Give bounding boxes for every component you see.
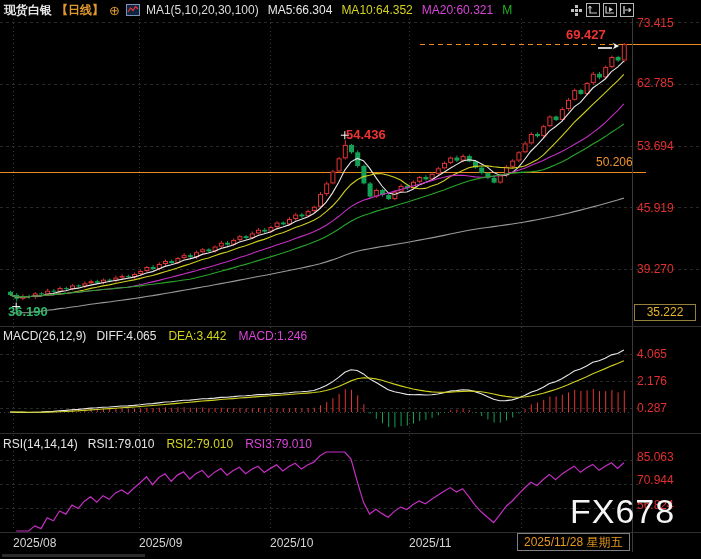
chart-header: 现货白银 【日线】 ⊕ MA1(5,10,20,30,100) MA5:66.3… [4, 2, 512, 18]
circle-plus-icon[interactable]: ⊕ [109, 3, 120, 18]
x-axis-month-label: 2025/08 [13, 536, 56, 550]
macd-axis-label: 2.176 [637, 374, 667, 388]
rsi-header: RSI(14,14,14) RSI1:79.010 RSI2:79.010 RS… [3, 437, 312, 451]
price-axis-label: 45.919 [637, 201, 674, 215]
price-axis-label: 39.270 [637, 262, 674, 276]
axis-play-icon[interactable] [603, 3, 617, 17]
instrument-title: 现货白银 [4, 2, 52, 19]
chart-type-icon[interactable] [126, 4, 140, 16]
macd-name: MACD(26,12,9) [3, 329, 86, 343]
support-level-annotation: 50.206 [596, 155, 633, 169]
chart-toolbar [569, 3, 634, 17]
macd-diff-value: DIFF:4.065 [96, 329, 156, 343]
ma10-value: MA10:64.352 [341, 3, 412, 17]
ma20-value: MA20:60.321 [422, 3, 493, 17]
current-date-box: 2025/11/28 星期五 [517, 533, 630, 551]
macd-macd-value: MACD:1.246 [238, 329, 307, 343]
crosshair-pan-icon[interactable] [569, 3, 583, 17]
rsi2-value: RSI2:79.010 [166, 437, 233, 451]
jump-latest-icon[interactable] [620, 3, 634, 17]
fx678-watermark: FX678 [570, 492, 675, 531]
low-price-annotation: 36.190 [8, 304, 48, 319]
x-axis-month-label: 2025/09 [139, 536, 182, 550]
panel-divider [0, 326, 701, 327]
price-axis-label: 53.694 [637, 139, 674, 153]
period-label[interactable]: 【日线】 [56, 2, 104, 19]
macd-header: MACD(26,12,9) DIFF:4.065 DEA:3.442 MACD:… [3, 329, 307, 343]
ma30-value-truncated: M [502, 3, 512, 17]
panel-divider [0, 433, 701, 434]
main-chart-canvas[interactable] [0, 0, 701, 559]
rsi-axis-label: 70.944 [637, 473, 674, 487]
rsi-name: RSI(14,14,14) [3, 437, 78, 451]
price-axis-low-box: 35.222 [634, 304, 696, 321]
price-axis-label: 73.415 [637, 16, 674, 30]
ma5-value: MA5:66.304 [268, 3, 333, 17]
silver-daily-chart-app: 现货白银 【日线】 ⊕ MA1(5,10,20,30,100) MA5:66.3… [0, 0, 701, 559]
axis-divider [632, 18, 633, 552]
rsi1-value: RSI1:79.010 [88, 437, 155, 451]
rsi3-value: RSI3:79.010 [245, 437, 312, 451]
macd-axis-label: 0.287 [637, 401, 667, 415]
peak-price-annotation: 54.436 [346, 127, 386, 142]
price-axis-label: 62.785 [637, 76, 674, 90]
x-axis-month-label: 2025/11 [409, 536, 452, 550]
x-axis-month-label: 2025/10 [270, 536, 313, 550]
mouse-cursor-icon [596, 38, 622, 56]
rsi-axis-label: 85.063 [637, 450, 674, 464]
axis-zoom-icon[interactable] [586, 3, 600, 17]
macd-axis-label: 4.065 [637, 347, 667, 361]
ma-params-label: MA1(5,10,20,30,100) [146, 3, 259, 17]
horizontal-scrollbar[interactable] [2, 554, 145, 557]
macd-dea-value: DEA:3.442 [168, 329, 226, 343]
